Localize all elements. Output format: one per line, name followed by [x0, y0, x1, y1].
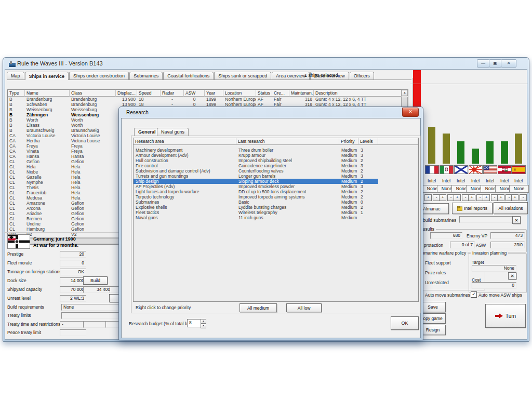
tab-naval-guns[interactable]: Naval guns	[157, 128, 189, 136]
column-header[interactable]: Description	[314, 90, 402, 97]
tab-ships-sunk-or-scrapped[interactable]: Ships sunk or scrapped	[214, 72, 271, 79]
country-build-button[interactable]: Build	[83, 276, 108, 285]
relation-plus-button[interactable]: +	[483, 194, 490, 201]
auto-move-submarines-label[interactable]: Auto move submarines	[425, 292, 470, 298]
auto-move-asw-checkbox[interactable]: ✓	[471, 291, 477, 298]
spinner-up-icon[interactable]: ▲	[201, 319, 206, 324]
tab-ships-under-construction[interactable]: Ships under construction	[69, 72, 129, 79]
column-header[interactable]: Location	[223, 90, 256, 97]
column-header[interactable]: Radar	[161, 90, 184, 97]
scroll-up-icon[interactable]: ▲	[402, 90, 408, 96]
flag-spain	[512, 165, 526, 174]
research-row[interactable]: Fleet tacticsWireless telegraphyMedium1	[134, 210, 418, 215]
column-header[interactable]: ASW	[184, 90, 205, 97]
cell: Submarines	[134, 200, 236, 205]
research-row[interactable]: Turrets and gun mountingsLonger gun barr…	[134, 174, 418, 179]
save-button[interactable]: Save	[420, 302, 446, 312]
clear-icon[interactable]: ✕	[512, 216, 521, 224]
cell: Subdivision and damage control (Adv)	[134, 168, 236, 174]
tab-submarines[interactable]: Submarines	[129, 72, 163, 79]
cost-field: 0	[472, 282, 516, 289]
dialog-close-icon[interactable]: ✕	[402, 108, 419, 117]
cell: B	[8, 112, 25, 117]
relation-plus-button[interactable]: +	[497, 194, 504, 201]
research-row[interactable]: Machinery developmentThree drum boilerMe…	[134, 148, 418, 153]
cell: B	[8, 102, 25, 107]
all-relations-button[interactable]: All Relations	[494, 202, 528, 214]
column-header[interactable]	[378, 138, 418, 145]
cell: 18	[137, 97, 161, 102]
title-bar[interactable]: Rule the Waves III - Version B143 — ▣ ✕	[3, 58, 529, 69]
column-header[interactable]: Class	[70, 90, 116, 97]
cell: Medusa	[25, 195, 70, 201]
relation-plus-button[interactable]: +	[454, 194, 461, 201]
desktop: Rule the Waves III - Version B143 — ▣ ✕ …	[0, 0, 532, 399]
research-row[interactable]: Torpedo technologyImproved torpedo aimin…	[134, 194, 418, 200]
build-submarines-field[interactable]	[459, 216, 512, 223]
cell: B	[8, 123, 25, 128]
tab-ships-in-service[interactable]: Ships in service	[25, 72, 69, 80]
ship-row[interactable]: BBrandenburgBrandenburg13 90018-01899Nor…	[8, 97, 402, 102]
cell: AP Projectiles (Adv)	[134, 184, 236, 189]
cell: CL	[8, 227, 25, 232]
tab-general[interactable]: General	[134, 128, 160, 136]
tab-officers[interactable]: Officers	[350, 72, 374, 79]
research-row[interactable]: AP Projectiles (Adv)Improved smokeless p…	[134, 184, 418, 189]
tab-map[interactable]: Map	[7, 72, 24, 79]
column-header[interactable]: Maintenan...	[289, 90, 314, 97]
close-button[interactable]: ✕	[501, 59, 516, 68]
clear-target-icon[interactable]: ✕	[508, 272, 516, 280]
cell: Sloping armour deck	[236, 179, 339, 184]
column-header[interactable]: Speed	[137, 90, 161, 97]
policy-option-prize-rules[interactable]: Prize rules	[425, 270, 446, 275]
column-header[interactable]: Year	[205, 90, 223, 97]
column-header[interactable]: Priority	[339, 138, 358, 145]
column-header[interactable]: Type	[8, 90, 25, 97]
research-list-header: Research areaLast researchPriorityLevels	[134, 138, 418, 145]
column-header[interactable]: Levels	[358, 138, 378, 145]
report-icon	[457, 206, 462, 211]
tab-coastal-fortifications[interactable]: Coastal fortifications	[163, 72, 214, 79]
tab-page: Research areaLast researchPriorityLevels…	[131, 136, 421, 313]
research-row[interactable]: Naval guns11 inch gunsMedium	[134, 215, 418, 220]
research-row[interactable]: Light forces and torpedo warfareDD of up…	[134, 189, 418, 194]
maximize-button[interactable]: ▣	[489, 59, 501, 68]
column-header[interactable]: Displac...	[116, 90, 137, 97]
policy-option-unrestricted[interactable]: Unrestricted	[425, 280, 449, 285]
relation-plus-button[interactable]: +	[468, 194, 475, 201]
auto-move-asw-label[interactable]: Auto move ASW ships	[478, 292, 522, 298]
research-row[interactable]: Armour development (Adv)Krupp armourMedi…	[134, 153, 418, 158]
turn-button[interactable]: Turn	[485, 304, 526, 328]
cell: 3	[358, 148, 378, 153]
cell: CL	[8, 190, 25, 195]
intel-level-button-spain[interactable]: None	[509, 185, 529, 193]
cell: Armour development (Adv)	[134, 153, 236, 158]
research-row[interactable]: Explosive shellsLyddite bursting charges…	[134, 205, 418, 210]
ok-button[interactable]: OK	[391, 316, 419, 330]
cell: AF	[256, 97, 272, 102]
research-row[interactable]: Fire controlCoincidence rangefinderMediu…	[134, 163, 418, 168]
research-row[interactable]: SubmarinesBasicMedium0	[134, 200, 418, 205]
column-header[interactable]: Research area	[134, 138, 236, 145]
column-header[interactable]: Cre...	[272, 90, 289, 97]
column-header[interactable]: Name	[25, 90, 70, 97]
column-header[interactable]: Status	[256, 90, 272, 97]
budget-spinner[interactable]: ▲ ▼	[201, 319, 206, 327]
cell: Gazelle	[25, 175, 70, 180]
relation-plus-button[interactable]: +	[424, 194, 432, 201]
column-header[interactable]: Last research	[236, 138, 339, 145]
relation-plus-button[interactable]: +	[511, 194, 518, 201]
research-row[interactable]: Subdivision and damage control (Adv)Coun…	[134, 168, 418, 174]
research-row[interactable]: Ship designSloping armour deckMedium2	[134, 179, 418, 184]
cell: CL	[8, 159, 25, 164]
relation-plus-button[interactable]: +	[439, 194, 446, 201]
spinner-down-icon[interactable]: ▼	[201, 324, 206, 328]
intel-reports-button[interactable]: Intel reports	[452, 203, 493, 214]
all-low-button[interactable]: All low	[286, 303, 322, 312]
policy-option-fleet-support[interactable]: Fleet support	[425, 260, 451, 265]
relation-minus-button[interactable]: -	[520, 194, 527, 201]
minimize-button[interactable]: —	[477, 59, 489, 68]
research-row[interactable]: Hull constructionImproved shipbuilding s…	[134, 158, 418, 163]
all-medium-button[interactable]: All medium	[240, 303, 277, 312]
resign-button[interactable]: Resign	[420, 325, 446, 335]
